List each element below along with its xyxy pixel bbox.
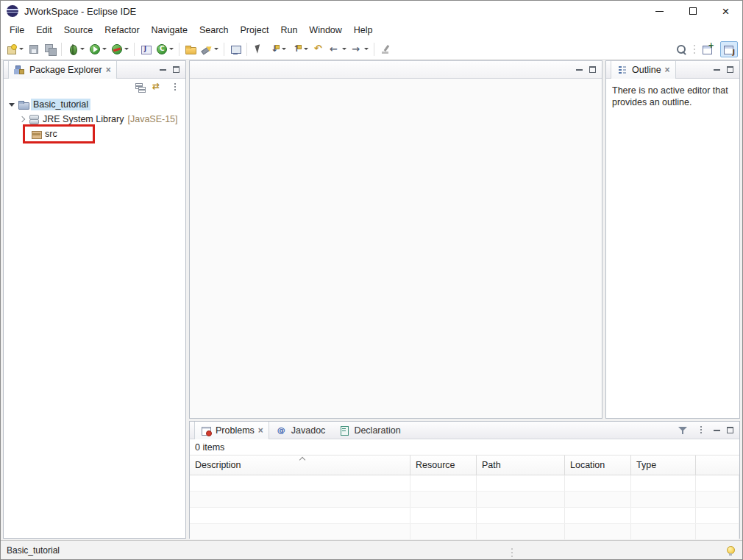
- column-header-location[interactable]: Location: [565, 456, 631, 475]
- minimize-view-icon[interactable]: [714, 68, 720, 71]
- column-header-path[interactable]: Path: [477, 456, 565, 475]
- next-annotation-button[interactable]: [266, 41, 288, 57]
- java-perspective-button[interactable]: [720, 41, 738, 57]
- menu-file[interactable]: File: [4, 23, 30, 38]
- java-project-icon: [18, 99, 29, 110]
- next-annotation-icon: [269, 43, 280, 55]
- maximize-view-icon[interactable]: [589, 66, 596, 73]
- tab-declaration[interactable]: Declaration: [332, 422, 407, 439]
- tree-item-src[interactable]: src: [4, 127, 185, 141]
- problems-table-header: Description Resource Path Location Type: [190, 456, 739, 475]
- tree-label-project[interactable]: Basic_tutorial: [31, 99, 90, 110]
- menu-navigate[interactable]: Navigate: [146, 23, 193, 38]
- close-tab-icon[interactable]: ×: [665, 65, 670, 74]
- open-task-icon: [185, 43, 196, 55]
- maximize-view-icon[interactable]: [727, 66, 733, 73]
- minimize-view-icon[interactable]: [714, 429, 720, 431]
- search-tool-button[interactable]: [199, 41, 221, 57]
- jre-library-icon: [28, 113, 40, 125]
- coverage-button[interactable]: [109, 41, 131, 57]
- save-all-icon: [44, 43, 56, 55]
- open-perspective-button[interactable]: [700, 41, 716, 57]
- column-header-description[interactable]: Description: [190, 456, 410, 475]
- column-header-resource[interactable]: Resource: [410, 456, 477, 475]
- dropdown-arrow-icon: [19, 48, 24, 50]
- back-button[interactable]: [327, 41, 349, 57]
- save-icon: [28, 43, 40, 55]
- menu-project[interactable]: Project: [235, 23, 275, 38]
- tab-problems[interactable]: Problems ×: [194, 422, 269, 439]
- save-all-button[interactable]: [42, 41, 58, 57]
- menu-run[interactable]: Run: [274, 23, 303, 38]
- minimize-view-icon[interactable]: [160, 68, 166, 71]
- tree-label-src[interactable]: src: [45, 129, 57, 139]
- source-folder-icon: [30, 128, 42, 140]
- statusbar-grip: [511, 548, 513, 550]
- menu-window[interactable]: Window: [303, 23, 347, 38]
- open-task-button[interactable]: [182, 41, 199, 57]
- search-button[interactable]: [673, 41, 689, 57]
- maximize-button[interactable]: [676, 1, 709, 21]
- tree-item-jre[interactable]: JRE System Library [JavaSE-15]: [4, 112, 185, 127]
- close-tab-icon[interactable]: ×: [106, 65, 111, 74]
- last-edit-location-button[interactable]: [310, 41, 327, 57]
- table-row: [190, 492, 739, 508]
- menu-help[interactable]: Help: [348, 23, 379, 38]
- view-controls: [160, 66, 185, 73]
- menubar: File Edit Source Refactor Navigate Searc…: [1, 21, 742, 39]
- tree-label-jre[interactable]: JRE System Library: [43, 114, 124, 124]
- package-explorer-tab-label: Package Explorer: [29, 65, 102, 75]
- minimize-view-icon[interactable]: [576, 68, 583, 71]
- save-button[interactable]: [26, 41, 42, 57]
- run-button[interactable]: [87, 41, 109, 57]
- view-menu-icon[interactable]: [695, 425, 707, 436]
- toolbar-grip: [694, 45, 695, 46]
- menu-search[interactable]: Search: [193, 23, 235, 38]
- editor-header: [190, 61, 602, 79]
- editor-controls: [576, 66, 602, 73]
- previous-annotation-button[interactable]: [288, 41, 310, 57]
- menu-refactor[interactable]: Refactor: [99, 23, 145, 38]
- tab-javadoc[interactable]: Javadoc: [269, 422, 333, 439]
- maximize-icon: [689, 7, 697, 15]
- minimize-button[interactable]: [643, 1, 676, 21]
- close-tab-icon[interactable]: ×: [258, 426, 263, 435]
- new-java-class-icon: [156, 43, 168, 55]
- new-java-project-button[interactable]: [138, 41, 154, 57]
- package-explorer-toolbar: [4, 79, 185, 96]
- lightbulb-icon[interactable]: [725, 545, 736, 556]
- package-explorer-header: Package Explorer ×: [4, 61, 185, 79]
- filter-icon[interactable]: [677, 425, 689, 436]
- run-icon: [89, 43, 101, 55]
- pin-editor-button[interactable]: [377, 41, 394, 57]
- eclipse-logo-icon: [7, 5, 18, 17]
- minimize-icon: [655, 11, 664, 12]
- collapsed-chevron-icon[interactable]: [19, 116, 25, 122]
- last-edit-location-icon: [313, 43, 324, 55]
- selection-tool-button[interactable]: [250, 41, 266, 57]
- expanded-arrow-icon[interactable]: [9, 103, 15, 107]
- tree-item-project[interactable]: Basic_tutorial: [4, 97, 185, 112]
- collapse-all-icon[interactable]: [134, 82, 146, 93]
- menu-source[interactable]: Source: [58, 23, 99, 38]
- link-with-editor-icon[interactable]: [152, 82, 163, 93]
- new-java-class-button[interactable]: [154, 41, 176, 57]
- close-button[interactable]: ×: [709, 1, 742, 21]
- open-console-button[interactable]: [227, 41, 243, 57]
- dropdown-arrow-icon: [282, 48, 286, 50]
- debug-button[interactable]: [65, 41, 87, 57]
- forward-button[interactable]: [349, 41, 371, 57]
- tab-outline[interactable]: Outline ×: [611, 61, 676, 79]
- problems-header: Problems × Javadoc Declaration: [190, 422, 739, 439]
- statusbar: Basic_tutorial: [1, 540, 742, 559]
- view-menu-icon[interactable]: [169, 82, 181, 93]
- eclipse-window: JWorkSpace - Eclipse IDE × File Edit Sou…: [0, 0, 743, 560]
- maximize-view-icon[interactable]: [173, 66, 179, 73]
- tab-package-explorer[interactable]: Package Explorer ×: [8, 61, 117, 79]
- dropdown-arrow-icon: [214, 48, 218, 50]
- menu-edit[interactable]: Edit: [30, 23, 58, 38]
- new-wizard-button[interactable]: [4, 41, 26, 57]
- close-icon: ×: [722, 5, 730, 18]
- column-header-type[interactable]: Type: [631, 456, 696, 475]
- maximize-view-icon[interactable]: [727, 427, 733, 433]
